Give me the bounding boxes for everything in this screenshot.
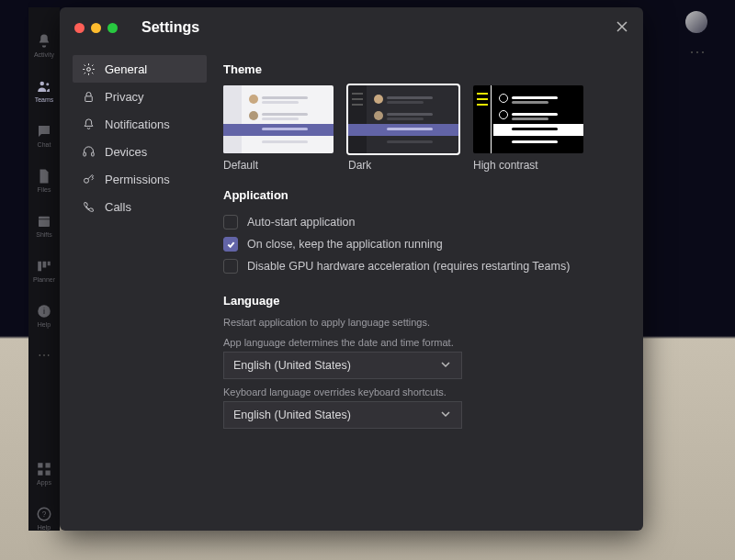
theme-option-high-contrast[interactable]: High contrast bbox=[473, 85, 583, 172]
sidebar-item-privacy[interactable]: Privacy bbox=[73, 83, 207, 110]
minimize-traffic-light[interactable] bbox=[91, 23, 101, 33]
rail-teams[interactable]: Teams bbox=[35, 78, 54, 103]
settings-sidebar: General Privacy Notifications Devices Pe… bbox=[60, 48, 216, 531]
settings-content: Theme Default bbox=[216, 48, 643, 531]
theme-option-dark[interactable]: Dark bbox=[348, 85, 458, 172]
rail-shifts[interactable]: Shifts bbox=[36, 213, 52, 238]
checkbox-row-keep-running[interactable]: On close, keep the application running bbox=[223, 233, 621, 255]
theme-label: Default bbox=[223, 159, 334, 172]
close-traffic-light[interactable] bbox=[74, 23, 85, 33]
theme-option-default[interactable]: Default bbox=[223, 85, 334, 172]
sidebar-item-notifications[interactable]: Notifications bbox=[73, 110, 207, 138]
language-restart-note: Restart application to apply language se… bbox=[223, 317, 621, 328]
rail-more-icon[interactable]: ⋯ bbox=[38, 348, 51, 363]
phone-icon bbox=[82, 200, 96, 214]
svg-rect-10 bbox=[38, 471, 42, 476]
svg-point-0 bbox=[40, 82, 45, 86]
close-icon[interactable] bbox=[616, 20, 628, 36]
rail-item-label: Chat bbox=[38, 141, 51, 148]
language-heading: Language bbox=[223, 294, 621, 308]
svg-rect-2 bbox=[39, 217, 50, 227]
gear-icon bbox=[82, 62, 96, 76]
rail-help-mid[interactable]: i Help bbox=[36, 303, 52, 328]
theme-label: High contrast bbox=[473, 159, 583, 172]
checkbox-row-disable-gpu[interactable]: Disable GPU hardware acceleration (requi… bbox=[223, 255, 621, 277]
rail-item-label: Files bbox=[38, 186, 51, 193]
chevron-down-icon bbox=[439, 358, 452, 374]
checkbox-label: Disable GPU hardware acceleration (requi… bbox=[247, 260, 570, 273]
theme-picker: Default bbox=[223, 85, 621, 172]
select-value: English (United States) bbox=[233, 359, 351, 372]
rail-item-label: Apps bbox=[37, 479, 51, 486]
svg-point-14 bbox=[87, 67, 91, 71]
theme-preview-dark bbox=[348, 85, 458, 153]
rail-item-label: Shifts bbox=[36, 231, 52, 238]
app-language-select[interactable]: English (United States) bbox=[223, 352, 462, 379]
checkbox-icon[interactable] bbox=[223, 215, 238, 230]
rail-files[interactable]: Files bbox=[36, 168, 52, 193]
key-icon bbox=[82, 173, 96, 186]
theme-heading: Theme bbox=[223, 62, 621, 76]
rail-item-label: Teams bbox=[35, 96, 54, 103]
rail-item-label: Help bbox=[38, 321, 51, 328]
sidebar-item-label: General bbox=[105, 62, 147, 76]
theme-preview-default bbox=[223, 85, 334, 153]
sidebar-item-calls[interactable]: Calls bbox=[73, 193, 207, 220]
svg-rect-5 bbox=[48, 262, 51, 266]
svg-rect-8 bbox=[38, 463, 42, 467]
sidebar-item-permissions[interactable]: Permissions bbox=[73, 165, 207, 193]
svg-point-1 bbox=[46, 83, 49, 85]
svg-text:?: ? bbox=[42, 510, 47, 519]
sidebar-item-label: Permissions bbox=[105, 173, 170, 186]
sidebar-item-label: Calls bbox=[105, 200, 131, 214]
svg-rect-17 bbox=[92, 152, 95, 156]
rail-item-label: Planner bbox=[33, 276, 55, 283]
lock-icon bbox=[82, 90, 96, 104]
svg-rect-11 bbox=[46, 471, 51, 476]
svg-text:i: i bbox=[43, 307, 45, 316]
bell-icon bbox=[82, 118, 96, 131]
svg-rect-16 bbox=[84, 152, 86, 156]
app-more-icon[interactable]: ⋯ bbox=[689, 41, 707, 62]
rail-item-label: Activity bbox=[34, 51, 54, 58]
chevron-down-icon bbox=[439, 408, 452, 423]
sidebar-item-label: Privacy bbox=[105, 90, 144, 104]
checkbox-icon[interactable] bbox=[223, 259, 238, 274]
svg-rect-4 bbox=[42, 262, 46, 268]
settings-window: Settings General Privacy Notifications D… bbox=[60, 7, 643, 531]
svg-rect-15 bbox=[85, 95, 93, 101]
titlebar: Settings bbox=[60, 7, 643, 48]
app-language-note: App language determines the date and tim… bbox=[223, 337, 621, 348]
checkbox-icon[interactable] bbox=[223, 237, 238, 252]
headset-icon bbox=[82, 145, 96, 159]
rail-item-label: Help bbox=[38, 524, 51, 531]
keyboard-language-note: Keyboard language overrides keyboard sho… bbox=[223, 386, 621, 398]
theme-label: Dark bbox=[348, 159, 458, 172]
rail-help[interactable]: ? Help bbox=[36, 506, 52, 531]
window-title: Settings bbox=[141, 19, 199, 36]
sidebar-item-general[interactable]: General bbox=[73, 55, 207, 83]
svg-rect-3 bbox=[38, 262, 41, 272]
svg-rect-9 bbox=[46, 463, 51, 467]
rail-planner[interactable]: Planner bbox=[33, 258, 55, 283]
application-heading: Application bbox=[223, 188, 621, 202]
svg-point-18 bbox=[85, 178, 89, 183]
sidebar-item-label: Notifications bbox=[105, 118, 170, 131]
app-rail: Activity Teams Chat Files Shifts Planner… bbox=[28, 7, 60, 531]
select-value: English (United States) bbox=[233, 409, 351, 421]
rail-apps[interactable]: Apps bbox=[36, 461, 52, 486]
keyboard-language-select[interactable]: English (United States) bbox=[223, 401, 462, 429]
window-controls bbox=[74, 23, 118, 33]
rail-activity[interactable]: Activity bbox=[34, 33, 54, 58]
theme-preview-high-contrast bbox=[473, 85, 583, 153]
user-avatar[interactable] bbox=[685, 11, 707, 33]
checkbox-label: Auto-start application bbox=[247, 216, 355, 229]
sidebar-item-devices[interactable]: Devices bbox=[73, 138, 207, 165]
sidebar-item-label: Devices bbox=[105, 145, 147, 159]
zoom-traffic-light[interactable] bbox=[107, 23, 118, 33]
checkbox-row-autostart[interactable]: Auto-start application bbox=[223, 211, 621, 233]
rail-chat[interactable]: Chat bbox=[36, 123, 52, 148]
checkbox-label: On close, keep the application running bbox=[247, 238, 443, 251]
